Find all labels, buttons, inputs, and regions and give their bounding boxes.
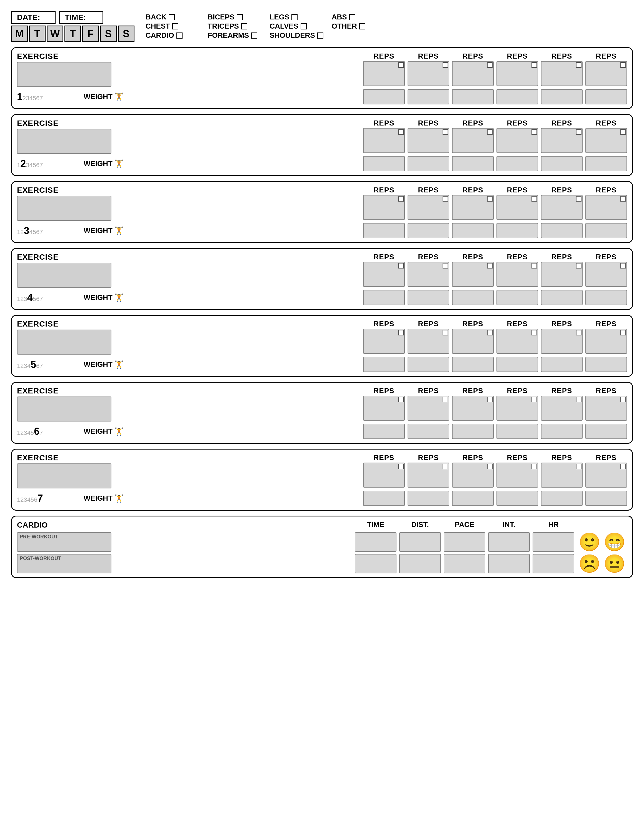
reps-checkbox-1-3[interactable]	[487, 62, 493, 68]
cardio-post-name[interactable]: POST-WORKOUT	[17, 554, 111, 573]
reps-checkbox-1-4[interactable]	[531, 62, 537, 68]
reps-checkbox-7-2[interactable]	[443, 464, 448, 469]
reps-checkbox-4-1[interactable]	[398, 263, 404, 269]
reps-checkbox-3-1[interactable]	[398, 196, 404, 202]
weight-input-2-1[interactable]	[363, 156, 405, 171]
emoji-frown[interactable]: ☹️	[578, 555, 601, 572]
weight-input-6-1[interactable]	[363, 424, 405, 439]
reps-checkbox-4-4[interactable]	[531, 263, 537, 269]
reps-checkbox-6-6[interactable]	[620, 397, 626, 402]
reps-checkbox-1-6[interactable]	[620, 62, 626, 68]
emoji-grin[interactable]: 😁	[604, 533, 626, 551]
weight-input-7-1[interactable]	[363, 490, 405, 506]
exercise-name-input-2[interactable]	[17, 129, 111, 154]
weight-input-7-5[interactable]	[541, 490, 583, 506]
reps-checkbox-3-5[interactable]	[576, 196, 581, 202]
cardio-post-time[interactable]	[355, 554, 396, 573]
weight-input-1-3[interactable]	[452, 89, 494, 105]
reps-checkbox-5-6[interactable]	[620, 330, 626, 335]
weight-input-5-6[interactable]	[585, 357, 627, 372]
reps-checkbox-6-1[interactable]	[398, 397, 404, 402]
weight-input-4-5[interactable]	[541, 290, 583, 305]
reps-checkbox-4-3[interactable]	[487, 263, 493, 269]
muscle-back-checkbox[interactable]	[169, 14, 175, 20]
cardio-post-pace[interactable]	[444, 554, 485, 573]
weight-input-3-1[interactable]	[363, 223, 405, 238]
weight-input-3-4[interactable]	[496, 223, 538, 238]
reps-checkbox-7-6[interactable]	[620, 464, 626, 469]
cardio-pre-int[interactable]	[488, 532, 530, 552]
reps-checkbox-4-6[interactable]	[620, 263, 626, 269]
reps-checkbox-1-2[interactable]	[443, 62, 448, 68]
weight-input-1-6[interactable]	[585, 89, 627, 105]
muscle-shoulders-checkbox[interactable]	[317, 32, 324, 39]
weight-input-7-6[interactable]	[585, 490, 627, 506]
reps-checkbox-2-2[interactable]	[443, 129, 448, 135]
exercise-name-input-5[interactable]	[17, 330, 111, 355]
weight-input-4-3[interactable]	[452, 290, 494, 305]
reps-checkbox-5-5[interactable]	[576, 330, 581, 335]
reps-checkbox-5-1[interactable]	[398, 330, 404, 335]
weight-input-4-1[interactable]	[363, 290, 405, 305]
reps-checkbox-2-4[interactable]	[531, 129, 537, 135]
day-W[interactable]: W	[47, 26, 63, 42]
exercise-name-input-7[interactable]	[17, 463, 111, 489]
reps-checkbox-1-5[interactable]	[576, 62, 581, 68]
reps-checkbox-4-2[interactable]	[443, 263, 448, 269]
weight-input-2-4[interactable]	[496, 156, 538, 171]
weight-input-3-2[interactable]	[407, 223, 449, 238]
reps-checkbox-5-4[interactable]	[531, 330, 537, 335]
reps-checkbox-3-6[interactable]	[620, 196, 626, 202]
day-T2[interactable]: T	[64, 26, 81, 42]
reps-checkbox-7-3[interactable]	[487, 464, 493, 469]
day-M[interactable]: M	[11, 26, 28, 42]
weight-input-5-5[interactable]	[541, 357, 583, 372]
weight-input-3-5[interactable]	[541, 223, 583, 238]
weight-input-1-1[interactable]	[363, 89, 405, 105]
muscle-biceps-checkbox[interactable]	[237, 14, 243, 20]
exercise-name-input-4[interactable]	[17, 263, 111, 288]
weight-input-4-2[interactable]	[407, 290, 449, 305]
reps-checkbox-6-5[interactable]	[576, 397, 581, 402]
reps-checkbox-6-3[interactable]	[487, 397, 493, 402]
weight-input-2-5[interactable]	[541, 156, 583, 171]
day-T[interactable]: T	[29, 26, 45, 42]
weight-input-3-6[interactable]	[585, 223, 627, 238]
reps-checkbox-2-3[interactable]	[487, 129, 493, 135]
weight-input-1-2[interactable]	[407, 89, 449, 105]
reps-checkbox-5-3[interactable]	[487, 330, 493, 335]
emoji-smile[interactable]: 🙂	[578, 533, 601, 551]
muscle-triceps-checkbox[interactable]	[241, 23, 247, 29]
weight-input-2-2[interactable]	[407, 156, 449, 171]
reps-checkbox-7-1[interactable]	[398, 464, 404, 469]
weight-input-5-3[interactable]	[452, 357, 494, 372]
weight-input-3-3[interactable]	[452, 223, 494, 238]
weight-input-4-6[interactable]	[585, 290, 627, 305]
cardio-pre-time[interactable]	[355, 532, 396, 552]
weight-input-6-2[interactable]	[407, 424, 449, 439]
cardio-post-hr[interactable]	[533, 554, 574, 573]
day-S2[interactable]: S	[118, 26, 134, 42]
weight-input-6-3[interactable]	[452, 424, 494, 439]
emoji-neutral[interactable]: 😐	[604, 555, 626, 572]
weight-input-6-6[interactable]	[585, 424, 627, 439]
reps-checkbox-4-5[interactable]	[576, 263, 581, 269]
cardio-pre-pace[interactable]	[444, 532, 485, 552]
reps-checkbox-2-1[interactable]	[398, 129, 404, 135]
reps-checkbox-2-6[interactable]	[620, 129, 626, 135]
weight-input-5-2[interactable]	[407, 357, 449, 372]
weight-input-2-6[interactable]	[585, 156, 627, 171]
cardio-pre-dist[interactable]	[399, 532, 441, 552]
weight-input-6-5[interactable]	[541, 424, 583, 439]
day-S1[interactable]: S	[100, 26, 117, 42]
exercise-name-input-6[interactable]	[17, 397, 111, 421]
reps-checkbox-3-2[interactable]	[443, 196, 448, 202]
muscle-legs-checkbox[interactable]	[291, 14, 298, 20]
exercise-name-input-1[interactable]	[17, 62, 111, 87]
cardio-pre-name[interactable]: PRE-WORKOUT	[17, 532, 111, 552]
weight-input-7-2[interactable]	[407, 490, 449, 506]
weight-input-7-4[interactable]	[496, 490, 538, 506]
reps-checkbox-1-1[interactable]	[398, 62, 404, 68]
reps-checkbox-5-2[interactable]	[443, 330, 448, 335]
muscle-chest-checkbox[interactable]	[172, 23, 179, 29]
